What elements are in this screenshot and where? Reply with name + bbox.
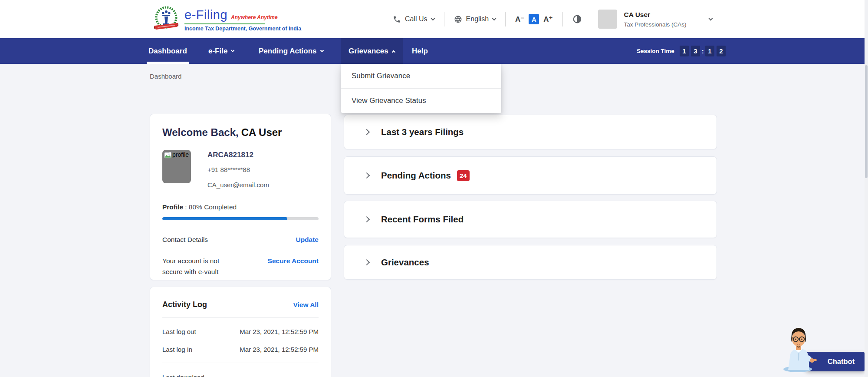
income-tax-emblem-icon — [154, 6, 178, 33]
breadcrumb: Dashboard — [150, 73, 181, 80]
panel-recent-forms-filed[interactable]: Recent Forms Filed — [344, 201, 717, 238]
font-normal-button[interactable]: A — [529, 14, 539, 24]
chevron-up-icon — [391, 50, 395, 53]
nav-pending-actions[interactable]: Pending Actions — [259, 38, 323, 64]
activity-row: Last download , — [162, 374, 319, 377]
panel-title: Recent Forms Filed — [381, 214, 464, 225]
globe-icon — [454, 15, 462, 23]
session-digit: 3 — [691, 46, 700, 56]
font-increase-button[interactable]: A⁺ — [543, 15, 552, 24]
language-label: English — [466, 15, 489, 23]
user-phone: +91 88******88 — [207, 166, 269, 173]
grievances-dropdown: Submit Grievance View Grievance Status — [341, 64, 501, 113]
activity-log-title: Activity Log — [162, 300, 207, 309]
divider — [505, 12, 506, 26]
nav-efile-label: e-File — [208, 47, 227, 56]
divider — [444, 12, 444, 26]
user-id: ARCA821812 — [207, 151, 269, 159]
evault-warning-text: Your account is not secure with e-vault — [162, 255, 219, 277]
chevron-down-icon — [492, 16, 496, 20]
call-us-label: Call Us — [405, 15, 427, 23]
activity-value: , — [317, 374, 319, 377]
panel-title: Last 3 years Filings — [381, 127, 464, 137]
user-menu[interactable]: CA User Tax Professionals (CAs) — [598, 10, 712, 29]
nav-help[interactable]: Help — [412, 38, 428, 64]
avatar — [598, 10, 617, 29]
chevron-right-icon — [364, 259, 370, 265]
phone-icon — [393, 15, 401, 23]
chevron-down-icon — [231, 48, 234, 52]
nav-help-label: Help — [412, 47, 428, 56]
profile-progress-bar — [162, 217, 319, 220]
divider — [162, 317, 319, 317]
font-decrease-button[interactable]: A⁻ — [515, 15, 524, 24]
user-email: CA_user@email.com — [207, 181, 269, 188]
language-menu[interactable]: English — [454, 15, 496, 23]
chevron-down-icon — [708, 16, 713, 20]
session-colon: : — [702, 47, 704, 55]
activity-value: Mar 23, 2021, 12:52:59 PM — [240, 328, 319, 335]
profile-status: : 80% Completed — [185, 203, 237, 211]
divider — [162, 363, 319, 363]
brand-name: e-Filing — [184, 8, 227, 22]
menu-item-submit-grievance[interactable]: Submit Grievance — [341, 64, 501, 88]
profile-image-alt-text: profile — [172, 151, 189, 158]
nav-pending-actions-label: Pending Actions — [259, 47, 317, 56]
contrast-toggle-icon[interactable] — [572, 14, 582, 24]
efiling-logo[interactable]: e-Filing Anywhere Anytime Income Tax Dep… — [154, 6, 301, 33]
menu-item-view-grievance-status[interactable]: View Grievance Status — [341, 89, 501, 113]
activity-log-card: Activity Log View All Last log out Mar 2… — [150, 287, 331, 377]
welcome-title: Welcome Back,CA User — [162, 126, 319, 139]
activity-label: Last download — [162, 374, 204, 377]
profile-progress-fill — [162, 217, 287, 220]
pending-actions-count-badge: 24 — [457, 170, 470, 181]
chatbot-character[interactable] — [782, 326, 818, 373]
panel-pending-actions[interactable]: Pending Actions 24 — [344, 156, 717, 195]
view-all-link[interactable]: View All — [293, 299, 319, 310]
nav-efile[interactable]: e-File — [208, 38, 234, 64]
panel-grievances[interactable]: Grievances — [344, 245, 717, 280]
session-digit: 1 — [680, 46, 689, 56]
brand-tagline: Anywhere Anytime — [231, 14, 278, 20]
session-digit: 2 — [717, 46, 726, 56]
chatbot-label: Chatbot — [828, 357, 855, 366]
activity-row: Last log out Mar 23, 2021, 12:52:59 PM — [162, 328, 319, 335]
secure-account-link[interactable]: Secure Account — [268, 255, 319, 266]
update-link[interactable]: Update — [296, 234, 319, 245]
activity-label: Last log In — [162, 346, 192, 353]
profile-image-broken: profile — [162, 150, 191, 183]
welcome-title-name: CA User — [241, 126, 282, 138]
profile-label: Profile — [162, 203, 183, 211]
evault-line1: Your account is not — [162, 257, 219, 265]
scrollbar[interactable] — [865, 0, 868, 377]
activity-label: Last log out — [162, 328, 196, 335]
activity-row: Last log In Mar 23, 2021, 12:52:59 PM — [162, 346, 319, 353]
nav-dashboard-label: Dashboard — [148, 47, 187, 56]
panel-last-3-years-filings[interactable]: Last 3 years Filings — [344, 115, 717, 149]
welcome-title-prefix: Welcome Back, — [162, 126, 239, 138]
session-timer: Session Time 1 3 : 1 2 — [637, 38, 728, 64]
call-us-menu[interactable]: Call Us — [393, 15, 434, 23]
nav-dashboard[interactable]: Dashboard — [148, 38, 187, 64]
user-name: CA User — [624, 11, 687, 19]
app-header: e-Filing Anywhere Anytime Income Tax Dep… — [0, 0, 868, 38]
main-nav: Dashboard e-File Pending Actions Grievan… — [0, 38, 868, 64]
chevron-down-icon — [431, 16, 435, 20]
welcome-card: Welcome Back,CA User profile ARCA821812 … — [150, 114, 331, 280]
divider — [590, 12, 590, 26]
evault-line2: secure with e-vault — [162, 268, 218, 275]
brand-subtitle: Income Tax Department, Government of Ind… — [184, 26, 301, 32]
panel-title: Grievances — [381, 257, 429, 268]
nav-grievances-label: Grievances — [349, 47, 388, 56]
profile-completion-text: Profile: 80% Completed — [162, 203, 319, 211]
activity-value: Mar 23, 2021, 12:52:59 PM — [240, 346, 319, 353]
chevron-down-icon — [320, 48, 323, 52]
scrollbar-thumb[interactable] — [865, 65, 868, 178]
chevron-right-icon — [364, 172, 370, 179]
nav-grievances[interactable]: Grievances — [341, 38, 403, 64]
session-digit: 1 — [705, 46, 714, 56]
divider — [562, 12, 563, 26]
contact-details-label: Contact Details — [162, 234, 208, 245]
brand-underline — [184, 23, 265, 24]
broken-image-icon — [164, 152, 171, 159]
